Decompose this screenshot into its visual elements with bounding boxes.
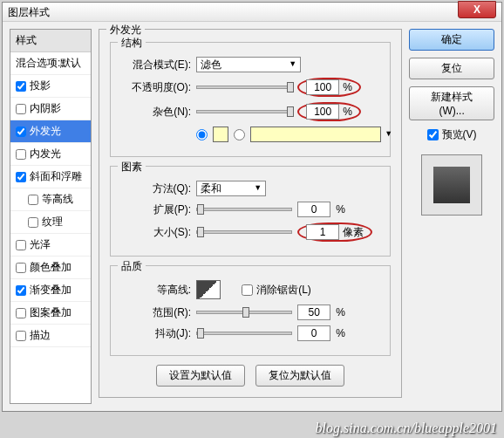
section-elements: 图素 — [118, 160, 146, 175]
sidebar-item-label: 内发光 — [30, 147, 61, 161]
sidebar-item-label: 内阴影 — [30, 101, 61, 116]
opacity-slider[interactable] — [196, 86, 292, 89]
sidebar-item[interactable]: 等高线 — [10, 188, 91, 211]
antialias-checkbox[interactable]: 消除锯齿(L) — [242, 283, 311, 298]
blend-mode-label: 混合模式(E): — [119, 58, 191, 72]
sidebar-item-label: 图案叠加 — [30, 305, 72, 320]
sidebar-item[interactable]: 斜面和浮雕 — [10, 166, 91, 188]
reset-default-button[interactable]: 复位为默认值 — [255, 365, 344, 387]
sidebar-item[interactable]: 内阴影 — [10, 98, 91, 120]
color-radio[interactable] — [196, 129, 208, 140]
watermark: blog.sina.com.cn/blueapple2001 — [316, 421, 497, 436]
noise-label: 杂色(N): — [119, 105, 191, 120]
sidebar-item-label: 描边 — [30, 328, 51, 343]
range-input[interactable]: 50 — [297, 305, 330, 320]
dialog-title: 图层样式 — [8, 6, 50, 18]
size-input[interactable]: 1 — [306, 224, 339, 240]
jitter-input[interactable]: 0 — [297, 325, 330, 341]
gradient-picker[interactable] — [250, 127, 381, 142]
noise-input[interactable]: 100 — [306, 104, 339, 120]
spread-input[interactable]: 0 — [297, 202, 330, 217]
size-unit: 像素 — [343, 225, 364, 240]
layer-style-dialog: 图层样式 X 样式 混合选项:默认 投影内阴影外发光内发光斜面和浮雕等高线纹理光… — [2, 2, 502, 412]
titlebar[interactable]: 图层样式 X — [3, 3, 501, 22]
spread-slider[interactable] — [196, 208, 292, 211]
size-label: 大小(S): — [119, 225, 191, 240]
jitter-unit: % — [336, 327, 345, 339]
sidebar-item[interactable]: 光泽 — [10, 234, 91, 257]
sidebar-item-label: 投影 — [30, 79, 51, 93]
sidebar-item-label: 斜面和浮雕 — [30, 169, 82, 184]
range-slider[interactable] — [196, 311, 292, 314]
sidebar-item[interactable]: 外发光 — [10, 120, 91, 143]
spread-unit: % — [336, 203, 345, 216]
sidebar-item[interactable]: 图案叠加 — [10, 302, 91, 325]
jitter-slider[interactable] — [196, 332, 292, 335]
preview-checkbox[interactable]: 预览(V) — [409, 127, 494, 142]
outer-glow-panel: 外发光 结构 混合模式(E): 滤色 不透明度(O): 100 % — [99, 29, 402, 404]
sidebar-item-label: 颜色叠加 — [30, 260, 72, 275]
sidebar-item-checkbox[interactable] — [16, 104, 26, 114]
preview-box — [421, 154, 482, 216]
sidebar-item[interactable]: 纹理 — [10, 211, 91, 234]
sidebar-item-checkbox[interactable] — [16, 81, 26, 92]
preview-swatch — [433, 167, 470, 203]
sidebar-item-checkbox[interactable] — [28, 217, 38, 228]
sidebar-item[interactable]: 描边 — [10, 325, 91, 347]
sidebar-item-checkbox[interactable] — [16, 149, 26, 160]
close-button[interactable]: X — [458, 1, 496, 18]
gradient-radio[interactable] — [234, 129, 245, 140]
range-unit: % — [336, 306, 345, 318]
sidebar-blend-options[interactable]: 混合选项:默认 — [10, 52, 91, 75]
sidebar-item-label: 渐变叠加 — [30, 283, 72, 298]
sidebar-head[interactable]: 样式 — [10, 30, 91, 52]
sidebar-item-label: 纹理 — [42, 215, 63, 229]
reset-button[interactable]: 复位 — [409, 58, 494, 79]
sidebar-item-label: 光泽 — [30, 237, 51, 252]
spread-label: 扩展(P): — [119, 202, 191, 217]
sidebar-item[interactable]: 渐变叠加 — [10, 279, 91, 302]
opacity-label: 不透明度(O): — [119, 80, 191, 95]
make-default-button[interactable]: 设置为默认值 — [156, 365, 245, 387]
styles-sidebar: 样式 混合选项:默认 投影内阴影外发光内发光斜面和浮雕等高线纹理光泽颜色叠加渐变… — [10, 29, 92, 404]
right-column: 确定 复位 新建样式(W)... 预览(V) — [409, 29, 494, 404]
section-quality: 品质 — [118, 259, 146, 274]
section-structure: 结构 — [118, 36, 146, 51]
jitter-label: 抖动(J): — [119, 326, 191, 341]
sidebar-item[interactable]: 投影 — [10, 75, 91, 98]
opacity-unit: % — [343, 81, 352, 93]
color-swatch[interactable] — [213, 127, 228, 142]
noise-slider[interactable] — [196, 110, 292, 113]
sidebar-item-label: 外发光 — [30, 124, 61, 139]
sidebar-item-checkbox[interactable] — [16, 308, 26, 318]
contour-label: 等高线: — [119, 283, 191, 298]
sidebar-item[interactable]: 颜色叠加 — [10, 257, 91, 279]
sidebar-item-checkbox[interactable] — [16, 240, 26, 250]
size-slider[interactable] — [196, 230, 292, 234]
ok-button[interactable]: 确定 — [409, 29, 494, 51]
sidebar-item-checkbox[interactable] — [16, 127, 26, 137]
sidebar-item-checkbox[interactable] — [16, 172, 26, 182]
method-label: 方法(Q): — [119, 181, 191, 196]
sidebar-item-checkbox[interactable] — [28, 195, 38, 205]
blend-mode-select[interactable]: 滤色 — [196, 57, 301, 72]
sidebar-item-checkbox[interactable] — [16, 263, 26, 273]
range-label: 范围(R): — [119, 305, 191, 320]
contour-picker[interactable] — [196, 280, 221, 299]
noise-unit: % — [343, 106, 352, 118]
method-select[interactable]: 柔和 — [196, 181, 266, 196]
sidebar-item[interactable]: 内发光 — [10, 143, 91, 166]
sidebar-item-checkbox[interactable] — [16, 331, 26, 341]
sidebar-item-checkbox[interactable] — [16, 285, 26, 296]
opacity-input[interactable]: 100 — [306, 79, 339, 95]
new-style-button[interactable]: 新建样式(W)... — [409, 86, 494, 120]
sidebar-item-label: 等高线 — [42, 192, 73, 207]
